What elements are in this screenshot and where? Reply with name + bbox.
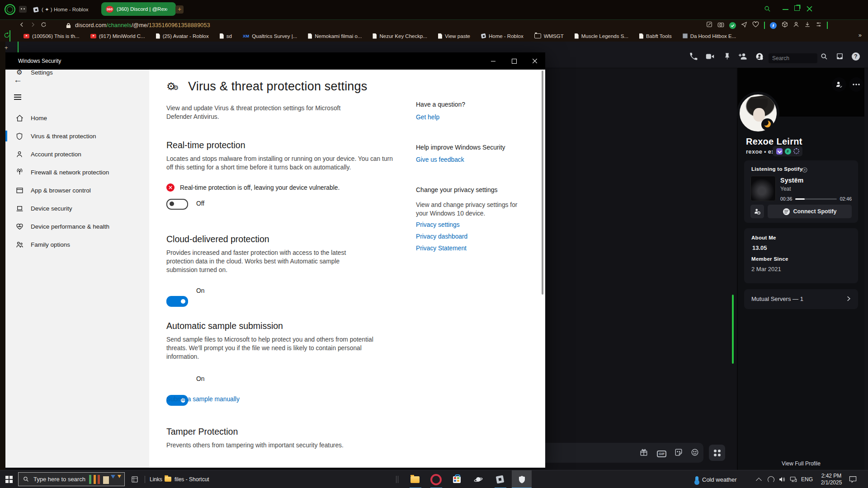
discord-scrollbar[interactable]	[732, 295, 734, 364]
sidebar-item-family-options[interactable]: Family options	[5, 235, 149, 253]
emoji-picker-icon[interactable]	[691, 448, 699, 456]
bookmark-item[interactable]: sd	[220, 33, 232, 39]
bookmark-item[interactable]: (917) MiniWorld C...	[90, 33, 145, 39]
bookmark-item[interactable]: WMSGT	[534, 33, 564, 39]
bookmark-item[interactable]: XMQualtrics Survey |...	[243, 33, 297, 39]
mutual-servers-card[interactable]: Mutual Servers — 1	[744, 289, 858, 309]
window-titlebar[interactable]: Windows Security	[5, 52, 545, 70]
opera-gx-logo-icon[interactable]	[5, 4, 15, 15]
browser-minimize-button[interactable]	[783, 9, 788, 10]
gx-pin-add-icon[interactable]: +	[5, 44, 8, 51]
task-view-button[interactable]	[126, 470, 144, 488]
gif-picker-icon[interactable]: GIF	[657, 450, 666, 457]
video-call-icon[interactable]	[706, 53, 714, 60]
submit-sample-link[interactable]: Submit a sample manually	[166, 396, 240, 403]
bookmark-item[interactable]: (25) Avatar - Roblox	[156, 33, 209, 39]
inbox-icon[interactable]	[836, 52, 844, 60]
network-icon[interactable]	[790, 476, 797, 484]
bookmark-item[interactable]: Home - Roblox	[481, 33, 524, 39]
taskbar-roblox[interactable]	[491, 470, 509, 488]
adblock-check-icon[interactable]	[729, 22, 736, 29]
taskbar-clock[interactable]: 2:42 PM 2/1/2025	[817, 473, 845, 486]
sidebar-item-account-protection[interactable]: Account protection	[5, 145, 149, 163]
browser-maximize-button[interactable]	[794, 5, 800, 11]
cloud-toggle[interactable]	[166, 296, 188, 307]
sidebar-item-settings[interactable]: ⚙ Settings	[5, 70, 159, 81]
taskbar-planet-app[interactable]	[469, 470, 487, 488]
privacy-settings-link[interactable]: Privacy settings	[416, 221, 460, 228]
sidebar-item-device-security[interactable]: Device security	[5, 199, 149, 217]
links-toolbar-label[interactable]: Links	[150, 476, 162, 483]
tray-onedrive-icon[interactable]	[768, 476, 774, 483]
user-profile-toggle-icon[interactable]	[755, 52, 764, 61]
song-progress-bar[interactable]	[795, 198, 836, 200]
bookmark-item[interactable]: View paste	[438, 33, 470, 39]
privacy-statement-link[interactable]: Privacy Statement	[416, 245, 467, 252]
reload-icon[interactable]	[41, 22, 47, 29]
privacy-dashboard-link[interactable]: Privacy dashboard	[416, 233, 467, 240]
taskbar-ms-store[interactable]	[448, 470, 466, 488]
tab-discord-active[interactable]: 360 (360) Discord | @Rexoe Le	[101, 2, 176, 16]
action-center-icon[interactable]	[849, 476, 857, 485]
heart-icon[interactable]	[752, 21, 759, 29]
feedback-link[interactable]: Give us feedback	[416, 156, 464, 163]
forward-nav-icon[interactable]	[30, 22, 36, 29]
window-scrollbar[interactable]	[542, 70, 543, 295]
taskbar-search-box[interactable]: Type here to search	[18, 472, 125, 486]
filters-icon[interactable]	[816, 21, 822, 29]
discord-search-input[interactable]: Search	[769, 53, 817, 63]
start-button[interactable]	[0, 470, 18, 488]
bookmark-item[interactable]: (100506) This is th...	[24, 33, 80, 39]
pinned-app-tab[interactable]	[19, 6, 27, 13]
tab-home-roblox[interactable]: ( ✦ ) Home - Roblox	[29, 3, 93, 16]
taskbar-opera-gx[interactable]	[427, 470, 445, 488]
download-icon[interactable]	[804, 21, 811, 29]
voice-call-icon[interactable]	[689, 52, 698, 61]
shazam-icon[interactable]	[770, 22, 777, 29]
activity-settings-icon[interactable]	[802, 166, 807, 174]
menu-button[interactable]	[14, 93, 21, 101]
profile-icon[interactable]	[793, 21, 799, 29]
back-nav-icon[interactable]	[19, 22, 25, 29]
bookmark-item[interactable]: Muscle Legends S...	[575, 33, 628, 39]
tray-expand-icon[interactable]	[756, 478, 762, 483]
language-indicator[interactable]: ENG	[801, 476, 813, 483]
sidebar-item-virus-threat-protection[interactable]: Virus & threat protection	[5, 127, 149, 145]
bookmark-item[interactable]: Da Hood Hitbox E...	[683, 33, 736, 39]
sticker-picker-icon[interactable]	[675, 448, 683, 456]
sidebar-item-home[interactable]: Home	[5, 109, 149, 127]
extension-box-icon[interactable]	[782, 21, 788, 29]
compose-icon[interactable]	[706, 21, 712, 29]
sidebar-item-firewall-network[interactable]: Firewall & network protection	[5, 163, 149, 181]
pin-icon[interactable]	[723, 52, 731, 60]
search-highlight-illustration[interactable]	[89, 475, 122, 485]
profile-badges[interactable]: #	[773, 146, 802, 156]
new-tab-button[interactable]: +	[175, 5, 184, 14]
lock-icon[interactable]	[66, 22, 71, 30]
weather-label[interactable]: Cold weather	[702, 476, 737, 483]
bookmark-item[interactable]: Nemokami filmai o...	[308, 33, 362, 39]
send-icon[interactable]	[741, 21, 747, 29]
minimize-button[interactable]	[483, 52, 504, 70]
bookmarks-overflow-button[interactable]: »	[859, 32, 862, 38]
sidebar-item-app-browser-control[interactable]: App & browser control	[5, 181, 149, 199]
search-icon[interactable]	[821, 53, 828, 60]
close-button[interactable]	[524, 52, 545, 70]
sidebar-item-device-performance[interactable]: Device performance & health	[5, 217, 149, 235]
url-text[interactable]: discord.com/channels/@me/133516096135888…	[75, 22, 210, 28]
apps-button[interactable]	[709, 445, 725, 461]
gift-icon[interactable]	[640, 448, 648, 456]
view-full-profile-link[interactable]: View Full Profile	[738, 460, 864, 467]
maximize-button[interactable]	[504, 52, 524, 70]
get-help-link[interactable]: Get help	[416, 114, 439, 121]
avatar[interactable]	[737, 92, 779, 134]
connect-spotify-button[interactable]: Connect Spotify	[768, 205, 852, 218]
camera-icon[interactable]	[717, 21, 724, 29]
add-friend-profile-button[interactable]	[832, 77, 846, 92]
files-shortcut-label[interactable]: files - Shortcut	[175, 476, 209, 483]
bookmark-item[interactable]: Babft Tools	[639, 33, 672, 39]
browser-close-button[interactable]	[807, 5, 812, 14]
profile-more-button[interactable]	[849, 77, 863, 92]
browser-search-icon[interactable]	[764, 5, 771, 14]
volume-icon[interactable]	[778, 476, 786, 485]
